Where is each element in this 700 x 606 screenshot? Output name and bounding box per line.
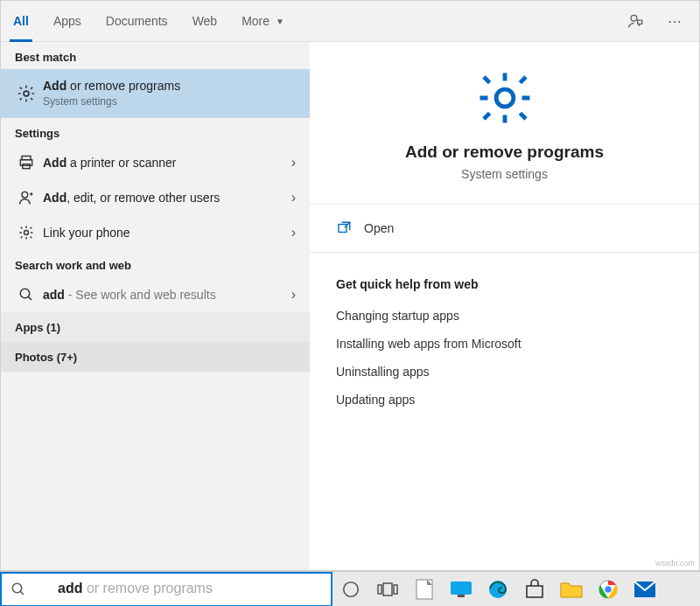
result-search-web[interactable]: add - See work and web results › (1, 277, 310, 312)
result-add-users[interactable]: Add, edit, or remove other users › (1, 180, 310, 215)
svg-rect-4 (23, 164, 30, 169)
svg-point-8 (496, 89, 514, 107)
svg-point-5 (22, 192, 28, 198)
tab-web[interactable]: Web (180, 1, 230, 42)
tab-documents[interactable]: Documents (94, 1, 180, 42)
chevron-right-icon: › (288, 287, 299, 303)
tab-all[interactable]: All (1, 1, 41, 42)
result-add-printer[interactable]: Add a printer or scanner › (1, 145, 310, 180)
svg-point-6 (24, 231, 29, 235)
user-icon (15, 189, 38, 206)
cortana-icon[interactable] (332, 572, 369, 607)
chevron-right-icon: › (288, 155, 299, 171)
header-best-match: Best match (1, 42, 310, 69)
chevron-down-icon: ▼ (276, 17, 284, 26)
chevron-right-icon: › (288, 190, 299, 205)
open-label: Open (364, 221, 394, 235)
taskbar-app-desktop[interactable] (443, 572, 480, 607)
svg-point-1 (24, 91, 29, 96)
open-command[interactable]: Open (310, 205, 699, 253)
gear-icon (15, 84, 38, 103)
gear-icon (15, 224, 38, 241)
results-list: Best match Add or remove programs System… (1, 42, 310, 570)
tab-apps[interactable]: Apps (41, 1, 94, 42)
search-icon (10, 582, 26, 597)
result-link-phone[interactable]: Link your phone › (1, 215, 310, 250)
help-link-uninstalling[interactable]: Uninstalling apps (310, 358, 699, 386)
taskbar-app-store[interactable] (516, 572, 553, 607)
tab-more-label: More (242, 14, 270, 28)
taskbar-app-explorer[interactable] (553, 572, 590, 607)
taskbar-app-edge[interactable] (480, 572, 516, 607)
header-settings: Settings (1, 118, 310, 145)
preview-title: Add or remove programs (327, 143, 682, 162)
svg-point-18 (489, 581, 507, 598)
svg-point-7 (20, 289, 30, 298)
preview-pane: Add or remove programs System settings O… (310, 42, 699, 570)
watermark: wsxdn.com (655, 559, 695, 568)
svg-rect-19 (527, 586, 542, 597)
taskbar-search-box[interactable]: add or remove programs (0, 572, 332, 607)
help-link-updating[interactable]: Updating apps (310, 386, 699, 414)
filter-tabs: All Apps Documents Web More ▼ ⋯ (1, 1, 699, 42)
header-search-work-web: Search work and web (1, 250, 310, 277)
taskbar-app-chrome[interactable] (590, 572, 626, 607)
taskbar: add or remove programs (0, 571, 700, 606)
taskbar-app-mail[interactable] (626, 572, 663, 607)
svg-rect-16 (451, 582, 472, 595)
result-title-bold: Add (43, 79, 66, 93)
help-link-startup-apps[interactable]: Changing startup apps (310, 302, 699, 330)
result-add-remove-programs[interactable]: Add or remove programs System settings (1, 69, 310, 118)
svg-rect-9 (339, 225, 346, 233)
help-header: Get quick help from web (310, 253, 699, 302)
open-icon (336, 220, 352, 236)
help-link-install-web-apps[interactable]: Installing web apps from Microsoft (310, 330, 699, 358)
category-apps[interactable]: Apps (1) (1, 312, 310, 342)
preview-hero: Add or remove programs System settings (310, 42, 699, 205)
search-icon (15, 287, 38, 303)
svg-point-0 (631, 15, 637, 21)
search-input[interactable] (35, 581, 322, 598)
category-photos[interactable]: Photos (7+) (1, 342, 310, 372)
svg-rect-14 (394, 585, 397, 594)
start-search-panel: All Apps Documents Web More ▼ ⋯ Best mat… (0, 0, 700, 571)
result-subtitle: System settings (43, 94, 299, 108)
result-title-rest: or remove programs (66, 79, 180, 93)
chevron-right-icon: › (288, 225, 299, 240)
more-options-icon[interactable]: ⋯ (659, 13, 690, 30)
svg-point-11 (344, 582, 359, 596)
svg-rect-17 (458, 595, 465, 597)
task-view-icon[interactable] (369, 572, 406, 607)
svg-point-10 (12, 583, 22, 593)
feedback-icon[interactable] (627, 12, 659, 30)
printer-icon (15, 154, 38, 171)
preview-subtitle: System settings (327, 167, 682, 181)
svg-rect-12 (378, 585, 382, 594)
svg-rect-13 (383, 583, 392, 596)
tab-more[interactable]: More ▼ (229, 1, 297, 42)
gear-icon (473, 66, 536, 129)
taskbar-app-libreoffice[interactable] (406, 572, 443, 607)
